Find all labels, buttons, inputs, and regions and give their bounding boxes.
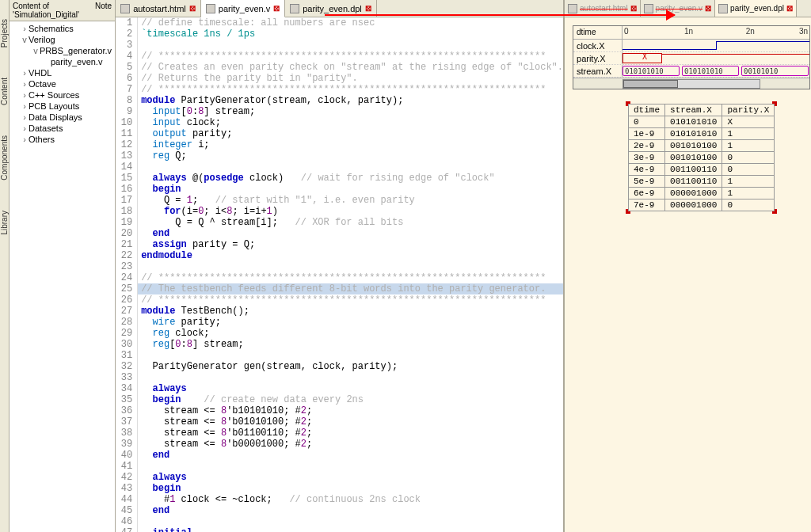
editor-tab[interactable]: parity_even.v⊠: [201, 0, 285, 17]
results-tab[interactable]: parity_even.v⊠: [641, 0, 715, 17]
code-line[interactable]: 7// ************************************…: [116, 84, 563, 95]
line-number: 6: [116, 73, 138, 84]
tree-item[interactable]: vPRBS_generator.v: [10, 45, 115, 56]
code-line[interactable]: 3: [116, 40, 563, 51]
code-line[interactable]: 2`timescale 1ns / 1ps: [116, 28, 563, 40]
tree-item-label: Datasets: [29, 124, 63, 133]
close-icon[interactable]: ⊠: [273, 4, 280, 13]
results-table[interactable]: dtimestream.Xparity.X0010101010X1e-90101…: [628, 104, 775, 211]
code-line[interactable]: 15 always @(posedge clock) // wait for r…: [116, 173, 563, 184]
close-icon[interactable]: ⊠: [705, 4, 711, 13]
code-line[interactable]: 36 stream <= 8'b10101010; #2;: [116, 405, 563, 416]
rail-tab-projects[interactable]: Projects: [0, 16, 9, 51]
code-line[interactable]: 5// Creates an even parity check on "str…: [116, 62, 563, 73]
code-line[interactable]: 27module TestBench();: [116, 306, 563, 317]
editor-tab[interactable]: autostart.html⊠: [116, 0, 201, 17]
code-line[interactable]: 43 begin: [116, 483, 563, 494]
code-text: Q = Q ^ stream[i]; // XOR for all bits: [138, 217, 563, 228]
line-number: 23: [116, 261, 138, 272]
code-line[interactable]: 26// ***********************************…: [116, 294, 563, 306]
results-tab[interactable]: autostart.html⊠: [565, 0, 641, 17]
code-line[interactable]: 35 begin // create new data every 2ns: [116, 394, 563, 405]
code-line[interactable]: 1// define timescale: all numbers are ns…: [116, 17, 563, 28]
code-line[interactable]: 32 ParityGenerator gen(stream, clock, pa…: [116, 361, 563, 372]
close-icon[interactable]: ⊠: [630, 4, 637, 13]
code-line[interactable]: 41: [116, 461, 563, 472]
code-line[interactable]: 33: [116, 372, 563, 383]
line-number: 5: [116, 62, 138, 73]
table-row[interactable]: 2e-90010101001: [629, 140, 775, 152]
code-line[interactable]: 38 stream <= 8'b01100110; #2;: [116, 428, 563, 439]
rail-tab-content[interactable]: Content: [0, 74, 9, 108]
code-editor[interactable]: 1// define timescale: all numbers are ns…: [116, 17, 563, 532]
wf-parity-trace: X: [623, 52, 809, 64]
code-line[interactable]: 24// ***********************************…: [116, 272, 563, 283]
code-line[interactable]: 40 end: [116, 450, 563, 461]
code-line[interactable]: 19 Q = Q ^ stream[i]; // XOR for all bit…: [116, 217, 563, 228]
code-line[interactable]: 45 end: [116, 505, 563, 516]
table-row[interactable]: 4e-90011001100: [629, 164, 775, 176]
table-row[interactable]: 1e-90101010101: [629, 128, 775, 140]
waveform-viewer[interactable]: dtime 0 1n 2n 3n clock.X parity.X: [573, 25, 810, 89]
code-line[interactable]: 22endmodule: [116, 250, 563, 261]
code-line[interactable]: 13 reg Q;: [116, 150, 563, 162]
code-text: wire parity;: [138, 317, 563, 328]
code-line[interactable]: 23: [116, 261, 563, 272]
code-line[interactable]: 20 end: [116, 228, 563, 239]
tree-item[interactable]: ›Data Displays: [10, 112, 115, 123]
line-number: 32: [116, 361, 138, 372]
table-row[interactable]: 7e-90000010000: [629, 200, 775, 211]
tree-item[interactable]: ›Others: [10, 134, 115, 145]
code-line[interactable]: 4// ************************************…: [116, 51, 563, 62]
tree-item-label: Schematics: [29, 24, 74, 33]
tree-caret-icon: ›: [21, 90, 29, 100]
code-line[interactable]: 16 begin: [116, 184, 563, 195]
wf-scroll-thumb[interactable]: [623, 80, 678, 88]
results-tab[interactable]: parity_even.dpl⊠: [715, 0, 797, 17]
tree-item[interactable]: ›Datasets: [10, 123, 115, 134]
rail-tab-components[interactable]: Components: [0, 132, 9, 184]
code-line[interactable]: 10 input clock;: [116, 117, 563, 128]
code-line[interactable]: 14: [116, 162, 563, 173]
code-line[interactable]: 46: [116, 516, 563, 527]
close-icon[interactable]: ⊠: [365, 4, 371, 13]
tree-item[interactable]: parity_even.v: [10, 56, 115, 67]
tree-item[interactable]: ›Schematics: [10, 23, 115, 34]
code-line[interactable]: 28 wire parity;: [116, 317, 563, 328]
project-tree-panel: Content of 'Simulation_Digital' Note ›Sc…: [10, 0, 116, 532]
tree-item[interactable]: ›VHDL: [10, 67, 115, 78]
code-line[interactable]: 11 output parity;: [116, 128, 563, 139]
code-line[interactable]: 31: [116, 350, 563, 361]
code-line[interactable]: 8module ParityGenerator(stream, clock, p…: [116, 95, 563, 106]
code-line[interactable]: 21 assign parity = Q;: [116, 239, 563, 250]
tree-item[interactable]: ›Octave: [10, 78, 115, 89]
code-line[interactable]: 37 stream <= 8'b01010100; #2;: [116, 416, 563, 428]
close-icon[interactable]: ⊠: [786, 4, 793, 13]
code-line[interactable]: 34 always: [116, 383, 563, 394]
code-line[interactable]: 39 stream <= 8'b00001000; #2;: [116, 439, 563, 450]
table-row[interactable]: 5e-90011001101: [629, 176, 775, 188]
code-line[interactable]: 25// The testbench feeds different 8-bit…: [116, 283, 563, 294]
rail-tab-library[interactable]: Library: [0, 207, 9, 238]
table-row[interactable]: 0010101010X: [629, 116, 775, 128]
table-row[interactable]: 3e-90010101000: [629, 152, 775, 164]
tree-item-label: PCB Layouts: [29, 101, 79, 111]
code-line[interactable]: 47 initial: [116, 527, 563, 532]
wf-scrollbar[interactable]: [573, 78, 809, 89]
tree-item[interactable]: ›C++ Sources: [10, 89, 115, 101]
close-icon[interactable]: ⊠: [189, 4, 196, 13]
tree-item[interactable]: vVerilog: [10, 34, 115, 45]
table-row[interactable]: 6e-90000010001: [629, 188, 775, 200]
code-line[interactable]: 29 reg clock;: [116, 328, 563, 339]
code-line[interactable]: 18 for(i=0; i<8; i=i+1): [116, 206, 563, 217]
code-text: // Creates an even parity check on "stre…: [138, 62, 563, 73]
tree-item[interactable]: ›PCB Layouts: [10, 101, 115, 112]
code-line[interactable]: 42 always: [116, 472, 563, 483]
code-line[interactable]: 12 integer i;: [116, 139, 563, 150]
code-line[interactable]: 6// Returns the parity bit in "parity".: [116, 73, 563, 84]
code-line[interactable]: 44 #1 clock <= ~clock; // continuous 2ns…: [116, 494, 563, 505]
code-line[interactable]: 30 reg[0:8] stream;: [116, 339, 563, 350]
code-line[interactable]: 9 input[0:8] stream;: [116, 106, 563, 117]
editor-tab[interactable]: parity_even.dpl⊠: [285, 0, 377, 17]
code-line[interactable]: 17 Q = 1; // start with "1", i.e. even p…: [116, 195, 563, 206]
